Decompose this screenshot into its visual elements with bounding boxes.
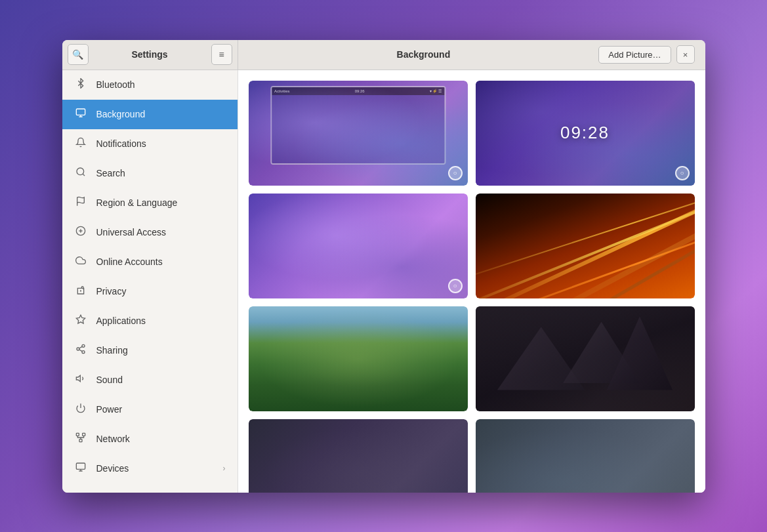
section-title: Background [249, 49, 599, 60]
wallpaper-item[interactable] [249, 419, 468, 493]
sidebar-item-notifications[interactable]: Notifications [62, 129, 238, 159]
svg-marker-15 [76, 375, 80, 381]
svg-point-12 [82, 350, 85, 353]
region-icon [74, 196, 87, 209]
sidebar-label-background: Background [96, 109, 146, 119]
sidebar-item-applications[interactable]: Applications [62, 306, 238, 336]
search-sidebar-icon [74, 167, 87, 180]
wallpaper-thumbnail [476, 306, 695, 411]
close-button[interactable]: × [676, 45, 695, 64]
titlebar: 🔍 Settings ≡ Background Add Picture… × [62, 40, 705, 70]
bluetooth-icon [74, 78, 87, 91]
devices-arrow-icon: › [223, 464, 226, 473]
app-title: Settings [93, 49, 207, 60]
wallpaper-item[interactable] [249, 306, 468, 411]
wallpaper-thumbnail: Activities 09:26 ▾ ⚡ ☰ [249, 81, 468, 186]
sidebar-item-sound[interactable]: Sound [62, 365, 238, 395]
search-icon: 🔍 [72, 49, 83, 60]
sidebar-label-notifications: Notifications [96, 138, 146, 149]
sidebar-item-privacy[interactable]: Privacy [62, 277, 238, 306]
wallpaper-thumbnail [476, 419, 695, 493]
devices-icon [74, 462, 87, 475]
sidebar-item-power[interactable]: Power [62, 395, 238, 424]
sidebar-label-privacy: Privacy [96, 286, 127, 297]
sharing-icon [74, 344, 87, 357]
wallpaper-thumbnail: 09:28 [476, 81, 695, 186]
wallpaper-thumbnail [249, 194, 468, 298]
titlebar-search-button[interactable]: 🔍 [68, 44, 89, 65]
wallpaper-check-indicator: ○ [448, 279, 463, 293]
wallpaper-item[interactable] [476, 194, 695, 298]
wallpaper-item[interactable]: ○ [249, 194, 468, 298]
sidebar-label-network: Network [96, 434, 130, 444]
clock-display: 09:28 [476, 81, 695, 186]
sidebar-item-sharing[interactable]: Sharing [62, 336, 238, 365]
sidebar-item-universal-access[interactable]: Universal Access [62, 218, 238, 247]
power-icon [74, 403, 87, 416]
sidebar-label-devices: Devices [96, 463, 129, 474]
privacy-icon [74, 285, 87, 298]
sidebar: Bluetooth Background [62, 70, 238, 493]
wallpaper-grid: Activities 09:26 ▾ ⚡ ☰ ○ [249, 81, 695, 493]
titlebar-right: Background Add Picture… × [238, 45, 705, 64]
wallpaper-item[interactable]: Activities 09:26 ▾ ⚡ ☰ ○ [249, 81, 468, 186]
sidebar-item-region[interactable]: Region & Language [62, 188, 238, 218]
sidebar-label-online-accounts: Online Accounts [96, 256, 163, 267]
svg-rect-18 [82, 433, 85, 436]
online-accounts-icon [74, 255, 87, 268]
wallpaper-item[interactable] [476, 419, 695, 493]
sidebar-item-network[interactable]: Network [62, 424, 238, 454]
svg-point-3 [77, 168, 84, 175]
sidebar-label-universal-access: Universal Access [96, 227, 167, 237]
svg-rect-20 [76, 463, 85, 469]
svg-line-13 [79, 350, 82, 352]
svg-point-10 [82, 344, 85, 347]
sidebar-label-search: Search [96, 168, 125, 178]
wallpaper-thumbnail [476, 194, 695, 298]
screen-mockup: Activities 09:26 ▾ ⚡ ☰ [270, 86, 446, 165]
svg-rect-19 [79, 439, 82, 441]
sidebar-item-background[interactable]: Background [62, 100, 238, 129]
sidebar-label-sound: Sound [96, 375, 123, 385]
wallpaper-thumbnail [249, 419, 468, 493]
background-icon [74, 108, 87, 121]
svg-line-4 [83, 174, 85, 176]
svg-line-14 [79, 346, 82, 348]
menu-button[interactable]: ≡ [211, 44, 232, 65]
sound-icon [74, 373, 87, 386]
settings-window: 🔍 Settings ≡ Background Add Picture… × B… [62, 40, 705, 493]
svg-point-11 [77, 348, 79, 350]
main-content: Bluetooth Background [62, 70, 705, 493]
wallpaper-item[interactable]: 09:28 ○ [476, 81, 695, 186]
universal-access-icon [74, 226, 87, 239]
wallpaper-content: Activities 09:26 ▾ ⚡ ☰ ○ [238, 70, 705, 493]
sidebar-item-devices[interactable]: Devices › [62, 454, 238, 483]
sidebar-label-bluetooth: Bluetooth [96, 79, 135, 90]
applications-icon [74, 314, 87, 327]
titlebar-left: 🔍 Settings ≡ [62, 40, 238, 70]
add-picture-button[interactable]: Add Picture… [598, 46, 671, 64]
network-icon [74, 432, 87, 445]
sidebar-item-bluetooth[interactable]: Bluetooth [62, 70, 238, 100]
wallpaper-thumbnail [249, 306, 468, 411]
svg-rect-17 [76, 433, 79, 436]
svg-marker-9 [76, 315, 85, 323]
menu-icon: ≡ [218, 49, 224, 60]
screen-topbar: Activities 09:26 ▾ ⚡ ☰ [272, 87, 444, 95]
sidebar-item-online-accounts[interactable]: Online Accounts [62, 247, 238, 277]
sidebar-label-region: Region & Language [96, 197, 178, 208]
wallpaper-check-indicator: ○ [675, 166, 690, 180]
sidebar-label-power: Power [96, 404, 123, 415]
svg-rect-0 [76, 109, 85, 115]
wallpaper-check-indicator: ○ [448, 166, 463, 180]
notifications-icon [74, 137, 87, 150]
wallpaper-item[interactable] [476, 306, 695, 411]
sidebar-item-search[interactable]: Search [62, 159, 238, 188]
sidebar-label-applications: Applications [96, 316, 146, 326]
sidebar-label-sharing: Sharing [96, 345, 128, 356]
